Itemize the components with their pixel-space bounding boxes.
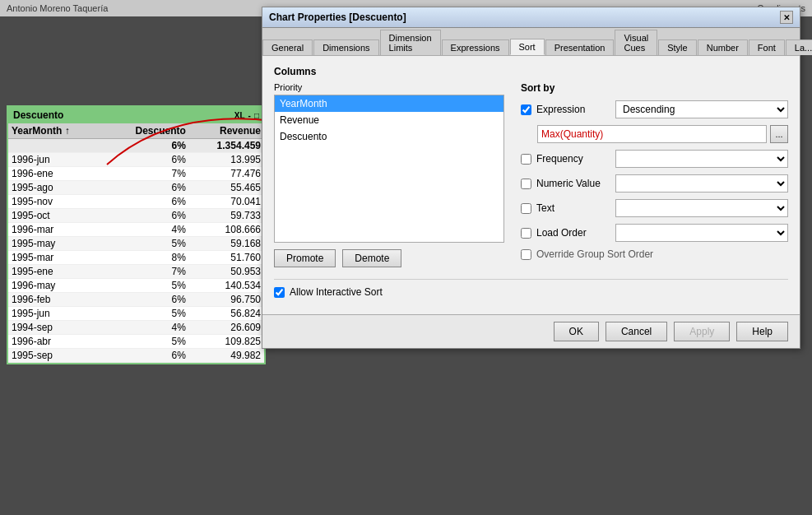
loadorder-checkbox[interactable]	[521, 228, 531, 239]
tab-general[interactable]: General	[262, 39, 313, 55]
priority-item-yearmonth[interactable]: YearMonth	[275, 95, 503, 112]
table-cell-0: 1995-mar	[8, 251, 104, 265]
allow-interactive-sort-checkbox[interactable]	[274, 287, 285, 298]
table-cell-1: 6%	[104, 209, 189, 223]
tab-dimension-limits[interactable]: Dimension Limits	[380, 30, 441, 55]
table-cell-0: 1996-feb	[8, 293, 104, 307]
text-direction-select[interactable]: Ascending Descending	[615, 199, 788, 217]
cancel-button[interactable]: Cancel	[606, 322, 667, 341]
table-row: 1995-ene7%50.953	[8, 265, 264, 279]
table-row: 1996-mar4%108.666	[8, 223, 264, 237]
dialog-footer: OK Cancel Apply Help	[262, 314, 800, 348]
priority-item-descuento[interactable]: Descuento	[275, 128, 503, 145]
tab-expressions[interactable]: Expressions	[442, 39, 509, 55]
table-cell-2: 108.666	[189, 223, 264, 237]
table-row: 1995-mar8%51.760	[8, 251, 264, 265]
table-cell-1: 5%	[104, 237, 189, 251]
tab-sort[interactable]: Sort	[510, 39, 545, 55]
table-cell-1: 5%	[104, 279, 189, 293]
allow-interactive-sort-row: Allow Interactive Sort	[274, 279, 788, 304]
promote-button[interactable]: Promote	[274, 249, 336, 267]
sort-loadorder-row: Load Order Ascending Descending	[521, 224, 788, 242]
table-row: 1996-abr5%109.825	[8, 335, 264, 349]
table-cell-2: 13.995	[189, 153, 264, 167]
minimize-icon[interactable]: -	[248, 111, 251, 120]
sort-by-section: Sort by Expression Descending Ascending …	[521, 82, 788, 267]
table-cell-0: 1995-may	[8, 237, 104, 251]
col-revenue: Revenue	[189, 123, 264, 139]
table-cell-2: 50.953	[189, 265, 264, 279]
table-cell-2: 70.041	[189, 195, 264, 209]
tabs-bar: GeneralDimensionsDimension LimitsExpress…	[262, 28, 800, 56]
table-cell-1: 5%	[104, 307, 189, 321]
override-checkbox[interactable]	[521, 249, 531, 260]
override-label: Override Group Sort Order	[536, 248, 653, 260]
table-cell-0: 1996-mar	[8, 223, 104, 237]
table-row: 1995-ago6%55.465	[8, 181, 264, 195]
frequency-checkbox[interactable]	[521, 154, 531, 165]
data-table: YearMonth ↑ Descuento Revenue 6%1.354.45…	[8, 123, 264, 363]
numericvalue-direction-select[interactable]: Ascending Descending	[615, 174, 788, 193]
xl-icon[interactable]: XL	[234, 111, 245, 120]
top-bar-left: Antonio Moreno Taquería	[7, 3, 108, 13]
table-cell-2: 140.534	[189, 279, 264, 293]
priority-item-revenue[interactable]: Revenue	[275, 112, 503, 128]
table-cell-1: 7%	[104, 265, 189, 279]
table-cell-2: 109.825	[189, 335, 264, 349]
tab-dimensions[interactable]: Dimensions	[313, 39, 378, 55]
table-cell-1: 6%	[104, 195, 189, 209]
table-cell-2: 26.609	[189, 321, 264, 335]
table-row: 1995-nov6%70.041	[8, 195, 264, 209]
chart-properties-dialog: Chart Properties [Descuento] ✕ GeneralDi…	[262, 7, 800, 349]
numericvalue-checkbox[interactable]	[521, 179, 531, 189]
table-cell-1: 4%	[104, 321, 189, 335]
text-checkbox[interactable]	[521, 203, 531, 214]
ok-button[interactable]: OK	[554, 322, 599, 341]
table-row: 1996-ene7%77.476	[8, 167, 264, 181]
bg-panel-title: Descuento	[13, 109, 63, 121]
table-cell-1: 6%	[104, 181, 189, 195]
table-cell-0: 1995-jun	[8, 307, 104, 321]
col-yearmonth: YearMonth ↑	[8, 123, 104, 139]
table-cell-0: 1996-jun	[8, 153, 104, 167]
dialog-titlebar: Chart Properties [Descuento] ✕	[262, 7, 800, 28]
apply-button[interactable]: Apply	[674, 322, 730, 341]
table-cell-2: 56.824	[189, 307, 264, 321]
close-button[interactable]: ✕	[780, 11, 793, 24]
table-cell-2: 59.168	[189, 237, 264, 251]
tab-la...[interactable]: La...	[786, 39, 812, 55]
numericvalue-label: Numeric Value	[536, 178, 610, 189]
columns-section-label: Columns	[274, 66, 788, 77]
frequency-label: Frequency	[536, 153, 610, 165]
background-panel: Descuento XL - □ YearMonth ↑ Descuento R…	[7, 105, 266, 364]
table-cell-1: 5%	[104, 335, 189, 349]
tab-style[interactable]: Style	[658, 39, 696, 55]
demote-button[interactable]: Demote	[342, 249, 401, 267]
maximize-icon[interactable]: □	[254, 111, 259, 120]
sort-numericvalue-row: Numeric Value Ascending Descending	[521, 174, 788, 193]
table-cell-0: 1996-ene	[8, 167, 104, 181]
loadorder-label: Load Order	[536, 227, 610, 239]
table-row: 1995-oct6%59.733	[8, 209, 264, 223]
table-cell-1: 4%	[104, 223, 189, 237]
loadorder-direction-select[interactable]: Ascending Descending	[615, 224, 788, 242]
tab-number[interactable]: Number	[698, 39, 748, 55]
priority-section: Priority YearMonthRevenueDescuento Promo…	[274, 82, 504, 267]
expression-input[interactable]	[537, 125, 767, 143]
text-label: Text	[536, 202, 610, 214]
expression-direction-select[interactable]: Descending Ascending	[615, 100, 788, 118]
tab-sort-content: Columns Priority YearMonthRevenueDescuen…	[262, 56, 800, 314]
tab-font[interactable]: Font	[749, 39, 785, 55]
expression-edit-button[interactable]: ...	[770, 125, 788, 143]
tab-visual-cues[interactable]: Visual Cues	[615, 30, 657, 55]
tab-presentation[interactable]: Presentation	[545, 39, 615, 55]
sort-by-label: Sort by	[521, 82, 788, 94]
table-cell-0: 1995-ago	[8, 181, 104, 195]
table-cell-1: 8%	[104, 251, 189, 265]
table-cell-2: 49.982	[189, 349, 264, 363]
help-button[interactable]: Help	[736, 322, 788, 341]
sort-two-col: Priority YearMonthRevenueDescuento Promo…	[274, 82, 788, 267]
frequency-direction-select[interactable]: Ascending Descending	[615, 150, 788, 168]
dialog-title: Chart Properties [Descuento]	[269, 12, 406, 23]
expression-checkbox[interactable]	[521, 104, 531, 115]
